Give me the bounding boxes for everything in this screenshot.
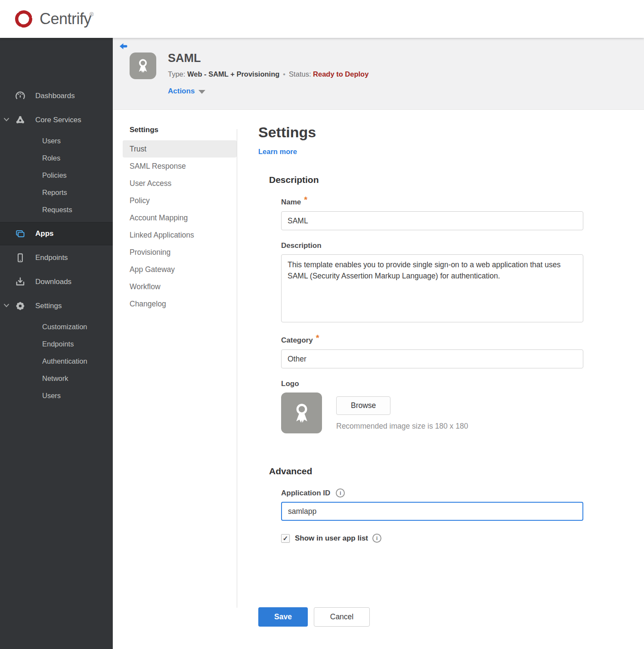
sidebar-item-dashboards[interactable]: Dashboards (0, 87, 113, 105)
endpoint-icon (15, 252, 26, 263)
caret-down-icon (198, 90, 205, 94)
type-label: Type: (168, 70, 185, 78)
description-section-heading: Description (269, 175, 585, 185)
ribbon-icon (134, 57, 152, 75)
sidebar-item-customization[interactable]: Customization (0, 319, 113, 334)
sidebar-item-reports[interactable]: Reports (0, 185, 113, 200)
vertical-divider (237, 129, 237, 608)
sidebar-item-apps[interactable]: Apps (0, 222, 113, 245)
description-label: Description (281, 241, 585, 250)
brand-name: Centrify (40, 10, 91, 28)
subnav-item-linked-applications[interactable]: Linked Applications (123, 226, 237, 244)
category-input[interactable] (281, 349, 583, 368)
core-services-icon (15, 114, 26, 126)
logo-size-hint: Recommended image size is 180 x 180 (336, 422, 468, 431)
name-input[interactable] (281, 211, 583, 230)
sidebar-item-requests[interactable]: Requests (0, 202, 113, 217)
chevron-down-icon (3, 116, 9, 124)
status-label: Status: (289, 70, 311, 78)
settings-panel: Settings Learn more Description Name * D… (258, 124, 585, 627)
content-area: Settings Trust SAML Response User Access… (113, 110, 644, 649)
status-badge: Ready to Deploy (313, 70, 368, 78)
sidebar-item-policies[interactable]: Policies (0, 167, 113, 183)
settings-subnav: Settings Trust SAML Response User Access… (123, 126, 237, 312)
description-textarea[interactable]: This template enables you to provide sin… (281, 254, 583, 322)
apps-icon (15, 228, 26, 239)
browse-button[interactable]: Browse (336, 396, 390, 415)
meta-separator: • (279, 70, 289, 78)
subnav-item-policy[interactable]: Policy (123, 192, 237, 209)
actions-dropdown[interactable]: Actions (168, 87, 205, 96)
download-icon (15, 276, 26, 287)
ribbon-icon (289, 401, 314, 426)
subnav-item-app-gateway[interactable]: App Gateway (123, 261, 237, 278)
sidebar-item-settings-users[interactable]: Users (0, 388, 113, 403)
info-icon[interactable]: i (336, 488, 345, 498)
sidebar-item-downloads[interactable]: Downloads (0, 272, 113, 291)
subnav-item-saml-response[interactable]: SAML Response (123, 158, 237, 175)
show-in-user-app-list-label: Show in user app list (295, 534, 368, 543)
required-asterisk: * (304, 195, 307, 205)
app-title: SAML (168, 52, 201, 65)
application-id-label: Application ID i (281, 488, 585, 498)
app-header: SAML Type: Web - SAML + Provisioning•Sta… (113, 38, 644, 110)
logo-label: Logo (281, 380, 585, 388)
app-meta: Type: Web - SAML + Provisioning•Status: … (168, 70, 368, 78)
brand-registered-mark: ® (90, 11, 94, 18)
subnav-header: Settings (123, 126, 237, 140)
required-asterisk: * (316, 333, 319, 343)
logo-preview (281, 392, 322, 433)
sidebar-item-core-services[interactable]: Core Services (0, 111, 113, 130)
cancel-button[interactable]: Cancel (314, 607, 370, 627)
show-in-user-app-list-checkbox[interactable]: ✓ (281, 534, 290, 543)
chevron-down-icon (3, 302, 9, 310)
sidebar-item-endpoints[interactable]: Endpoints (0, 248, 113, 267)
sidebar-item-roles[interactable]: Roles (0, 150, 113, 166)
advanced-section-heading: Advanced (269, 466, 585, 476)
sidebar-item-settings[interactable]: Settings (0, 297, 113, 315)
checkmark-icon: ✓ (283, 535, 288, 541)
centrify-swirl-icon (12, 7, 35, 31)
page-title: Settings (258, 124, 585, 141)
type-value: Web - SAML + Provisioning (187, 70, 279, 78)
sidebar-item-authentication[interactable]: Authentication (0, 353, 113, 369)
subnav-item-provisioning[interactable]: Provisioning (123, 244, 237, 261)
gauge-icon (15, 90, 26, 102)
sidebar-item-settings-endpoints[interactable]: Endpoints (0, 336, 113, 352)
brand-logo: Centrify® (12, 7, 96, 31)
subnav-item-user-access[interactable]: User Access (123, 175, 237, 192)
back-arrow-icon[interactable] (119, 42, 128, 51)
gear-icon (15, 300, 26, 312)
top-bar: Centrify® (0, 0, 644, 38)
category-label: Category * (281, 335, 585, 345)
actions-label: Actions (168, 87, 195, 96)
learn-more-link[interactable]: Learn more (258, 148, 297, 156)
save-button[interactable]: Save (258, 607, 308, 627)
sidebar-item-users[interactable]: Users (0, 133, 113, 148)
subnav-item-workflow[interactable]: Workflow (123, 278, 237, 295)
subnav-item-changelog[interactable]: Changelog (123, 295, 237, 312)
application-id-input[interactable] (281, 502, 583, 521)
name-label: Name * (281, 197, 585, 207)
app-logo (130, 53, 156, 79)
sidebar-item-network[interactable]: Network (0, 371, 113, 386)
sidebar: Dashboards Core Services Users Roles Pol… (0, 38, 113, 649)
subnav-item-account-mapping[interactable]: Account Mapping (123, 209, 237, 226)
subnav-item-trust[interactable]: Trust (123, 140, 237, 158)
page: Centrify® Dashboards (0, 0, 644, 649)
info-icon[interactable]: i (372, 534, 381, 543)
